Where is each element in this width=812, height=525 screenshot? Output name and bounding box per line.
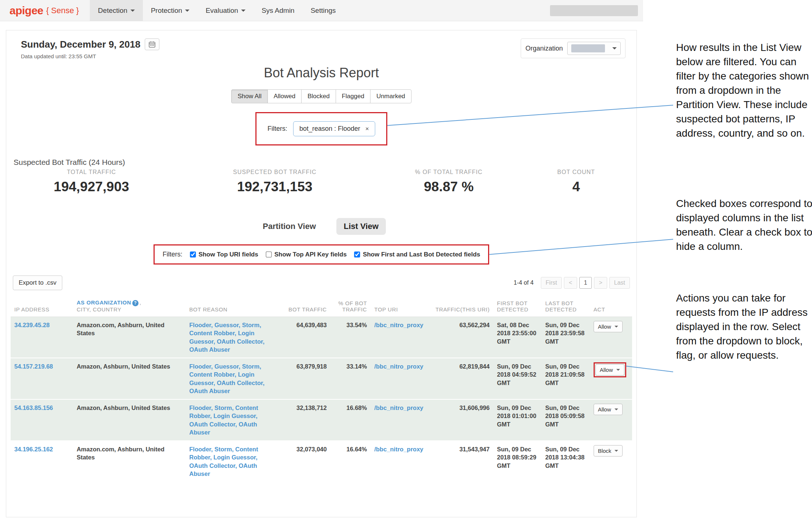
bot-traffic-cell: 32,138,712	[270, 399, 331, 441]
stat-label: TOTAL TRAFFIC	[11, 169, 172, 175]
nav-item-protection[interactable]: Protection	[143, 0, 198, 21]
top-uri-link[interactable]: /bbc_nitro_proxy	[374, 404, 423, 411]
pagination-next[interactable]: >	[594, 277, 607, 289]
checkbox-input[interactable]	[354, 251, 360, 257]
checkbox-show-top-api-key[interactable]: Show Top API Key fields	[266, 251, 347, 258]
help-icon[interactable]: ?	[132, 300, 139, 306]
date-picker-button[interactable]	[145, 38, 159, 50]
first-detected-cell: Sun, 09 Dec 2018 08:59:29 GMT	[493, 441, 542, 482]
nav-item-evaluation[interactable]: Evaluation	[198, 0, 254, 21]
first-detected-cell: Sun, 09 Dec 2018 01:01:00 GMT	[493, 399, 542, 441]
tab-blocked[interactable]: Blocked	[301, 89, 336, 103]
checkbox-input[interactable]	[190, 251, 196, 257]
tab-list-view[interactable]: List View	[336, 218, 386, 235]
as-org-cell: Amazon.com, Ashburn, United States	[73, 317, 185, 358]
col-top-uri: TOP URI	[370, 295, 431, 317]
tab-flagged[interactable]: Flagged	[336, 89, 370, 103]
bot-reason-links[interactable]: Flooder, Storm, Content Robber, Login Gu…	[189, 446, 258, 477]
col-pct-bot-traffic: % OF BOT TRAFFIC	[331, 295, 371, 317]
export-csv-button[interactable]: Export to .csv	[13, 276, 62, 290]
filter-chip: bot_reason : Flooder ×	[293, 121, 375, 136]
as-org-cell: Amazon, Ashburn, United States	[73, 399, 185, 441]
last-detected-cell: Sun, 09 Dec 2018 05:09:58 GMT	[542, 399, 590, 441]
col-last-bot-detected: LAST BOT DETECTED	[542, 295, 590, 317]
table-row: 54.163.85.156 Amazon, Ashburn, United St…	[11, 399, 632, 441]
nav-item-detection[interactable]: Detection	[90, 0, 143, 21]
first-detected-cell: Sun, 09 Dec 2018 04:59:52 GMT	[493, 358, 542, 399]
last-detected-cell: Sun, 09 Dec 2018 13:04:38 GMT	[542, 441, 590, 482]
pagination-first[interactable]: First	[541, 277, 562, 289]
col-ip-address: IP ADDRESS	[11, 295, 73, 317]
pagination-page-1[interactable]: 1	[579, 277, 592, 289]
pagination-last[interactable]: Last	[609, 277, 630, 289]
top-uri-link[interactable]: /bbc_nitro_proxy	[374, 322, 423, 328]
card-header: Sunday, December 9, 2018 Data	[11, 38, 632, 59]
chevron-down-icon	[185, 10, 189, 12]
table-row: 54.157.219.68 Amazon, Ashburn, United St…	[11, 358, 632, 399]
organization-value-redacted	[571, 44, 605, 52]
top-nav: apigee { Sense } Detection Protection Ev…	[0, 0, 643, 21]
uri-traffic-cell: 31,606,996	[431, 399, 493, 441]
first-detected-cell: Sat, 08 Dec 2018 23:55:00 GMT	[493, 317, 542, 358]
stat-pct-total-traffic: % OF TOTAL TRAFFIC 98.87 %	[377, 169, 520, 195]
top-uri-link[interactable]: /bbc_nitro_proxy	[374, 363, 423, 370]
close-icon[interactable]: ×	[365, 126, 369, 132]
ip-link[interactable]: 34.239.45.28	[14, 322, 49, 328]
nav-item-label: Settings	[311, 7, 336, 15]
bot-reason-links[interactable]: Flooder, Guessor, Storm, Content Robber,…	[189, 363, 265, 394]
stat-suspected-bot-traffic: SUSPECTED BOT TRAFFIC 192,731,153	[172, 169, 377, 195]
stat-label: % OF TOTAL TRAFFIC	[377, 169, 520, 175]
chevron-down-icon	[614, 326, 618, 328]
apigee-logo-text: apigee	[10, 4, 43, 17]
stats-row: TOTAL TRAFFIC 194,927,903 SUSPECTED BOT …	[11, 169, 632, 195]
data-updated-note: Data updated until: 23:55 GMT	[21, 53, 159, 59]
chevron-down-icon	[130, 10, 135, 12]
stat-label: SUSPECTED BOT TRAFFIC	[172, 169, 377, 175]
nav-item-sys-admin[interactable]: Sys Admin	[254, 0, 303, 21]
action-dropdown[interactable]: Allow	[595, 364, 624, 376]
action-dropdown[interactable]: Block	[594, 445, 623, 456]
pct-cell: 33.14%	[331, 358, 371, 399]
tab-show-all[interactable]: Show All	[231, 89, 267, 103]
checkbox-label: Show Top URI fields	[199, 251, 258, 258]
col-act: ACT	[590, 295, 632, 317]
pagination-summary: 1-4 of 4	[514, 280, 534, 286]
col-bot-traffic: BOT TRAFFIC	[270, 295, 331, 317]
filter-chip-red-box: Filters: bot_reason : Flooder ×	[255, 112, 387, 145]
tab-partition-view[interactable]: Partition View	[257, 218, 322, 235]
report-date: Sunday, December 9, 2018	[21, 39, 140, 50]
nav-item-label: Sys Admin	[262, 7, 295, 15]
col-first-bot-detected: FIRST BOT DETECTED	[493, 295, 542, 317]
tab-unmarked[interactable]: Unmarked	[370, 89, 411, 103]
list-filters-red-box: Filters: Show Top URI fields Show Top AP…	[154, 244, 490, 265]
top-uri-link[interactable]: /bbc_nitro_proxy	[374, 446, 423, 452]
stat-label: BOT COUNT	[520, 169, 632, 175]
pagination: 1-4 of 4 First < 1 > Last	[514, 277, 630, 289]
bot-traffic-cell: 63,879,918	[270, 358, 331, 399]
nav-item-label: Protection	[151, 7, 182, 15]
stat-bot-count: BOT COUNT 4	[520, 169, 632, 195]
checkbox-show-top-uri[interactable]: Show Top URI fields	[191, 251, 258, 258]
ip-link[interactable]: 54.157.219.68	[14, 363, 53, 370]
stats-section-label: Suspected Bot Traffic (24 Hours)	[14, 158, 632, 167]
checkbox-show-first-last-detected[interactable]: Show First and Last Bot Detected fields	[355, 251, 480, 258]
bot-reason-links[interactable]: Flooder, Storm, Content Robber, Login Gu…	[189, 404, 258, 436]
ip-link[interactable]: 34.196.25.162	[14, 446, 53, 452]
last-detected-cell: Sun, 09 Dec 2018 23:59:58 GMT	[542, 317, 590, 358]
organization-select[interactable]	[567, 42, 621, 55]
apigee-logo[interactable]: apigee { Sense }	[10, 0, 79, 21]
pct-cell: 16.68%	[331, 399, 371, 441]
nav-item-settings[interactable]: Settings	[303, 0, 344, 21]
account-redacted[interactable]	[550, 5, 638, 16]
pagination-prev[interactable]: <	[564, 277, 577, 289]
checkbox-label: Show Top API Key fields	[274, 251, 347, 258]
view-switcher: Partition View List View	[11, 218, 632, 235]
tab-allowed[interactable]: Allowed	[267, 89, 302, 103]
checkbox-input[interactable]	[266, 251, 272, 257]
action-dropdown[interactable]: Allow	[594, 321, 623, 332]
action-dropdown[interactable]: Allow	[594, 404, 623, 415]
bot-reason-links[interactable]: Flooder, Guessor, Storm, Content Robber,…	[189, 322, 265, 353]
col-city-country-label: CITY, COUNTRY	[77, 306, 182, 313]
ip-link[interactable]: 54.163.85.156	[14, 404, 53, 411]
calendar-icon	[148, 41, 156, 48]
